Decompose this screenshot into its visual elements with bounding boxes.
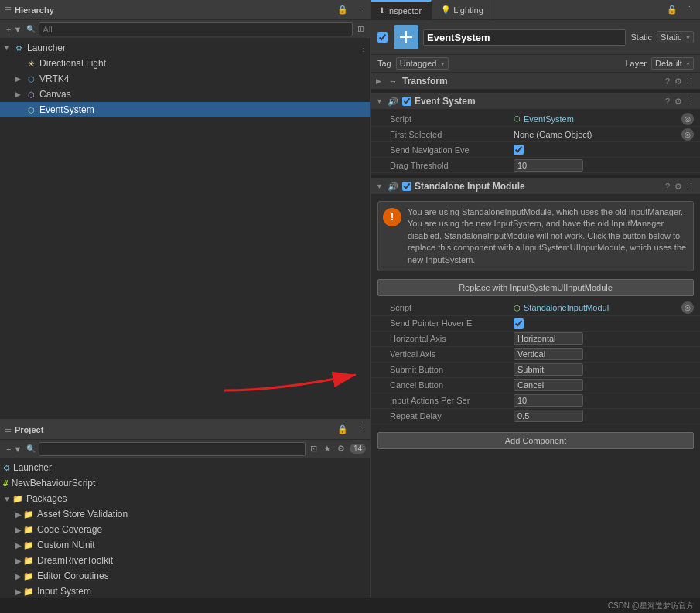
tree-item-dirlight[interactable]: ☀ Directional Light bbox=[0, 56, 370, 71]
project-item-assetstore[interactable]: ▶ 📁 Asset Store Validation bbox=[0, 506, 370, 522]
project-customnunit-label: Custom NUnit bbox=[37, 540, 95, 550]
project-launcher-label: Launcher bbox=[13, 462, 52, 473]
event-system-component-header[interactable]: ▼ 🔊 Event System ? ⚙ ⋮ bbox=[371, 93, 700, 110]
dragthreshold-input[interactable] bbox=[514, 159, 583, 172]
standalone-help-icon[interactable]: ? bbox=[665, 182, 670, 191]
haxis-input[interactable] bbox=[514, 332, 583, 345]
standalone-component-header[interactable]: ▼ 🔊 Standalone Input Module ? ⚙ ⋮ bbox=[371, 178, 700, 195]
project-item-customnunit[interactable]: ▶ 📁 Custom NUnit bbox=[0, 537, 370, 553]
prop-standalone-script-link[interactable]: StandaloneInputModul bbox=[524, 303, 609, 312]
prop-inputactions-label: Input Actions Per Ser bbox=[390, 396, 514, 405]
tag-layer-row: Tag Untagged Layer Default bbox=[371, 55, 700, 73]
inputsystem-arrow: ▶ bbox=[15, 587, 22, 596]
right-panel: ℹ Inspector 💡 Lighting 🔒 ⋮ bbox=[371, 0, 700, 598]
project-item-dreamriver[interactable]: ▶ 📁 DreamRiverToolkit bbox=[0, 553, 370, 568]
event-system-settings-icon[interactable]: ⚙ bbox=[674, 97, 682, 107]
standalone-script-icon: ⬡ bbox=[514, 304, 521, 312]
project-item-launcher[interactable]: ⚙ Launcher bbox=[0, 460, 370, 475]
repeatdelay-input[interactable] bbox=[514, 410, 583, 422]
hierarchy-lock-icon[interactable]: 🔒 bbox=[336, 5, 350, 15]
prop-sendnav: Send Navigation Eve bbox=[371, 142, 700, 158]
sendpointer-checkbox[interactable] bbox=[514, 318, 524, 329]
sendnav-checkbox[interactable] bbox=[514, 145, 524, 155]
tree-item-canvas[interactable]: ▶ ⬡ Canvas bbox=[0, 87, 370, 102]
event-system-checkbox[interactable] bbox=[402, 97, 411, 106]
project-launcher-icon: ⚙ bbox=[3, 464, 10, 472]
go-active-checkbox[interactable] bbox=[377, 32, 388, 43]
project-item-editorcoro[interactable]: ▶ 📁 Editor Coroutines bbox=[0, 568, 370, 584]
project-item-newbehaviour[interactable]: # NewBehaviourScript bbox=[0, 475, 370, 491]
inspector-lock-icon[interactable]: 🔒 bbox=[665, 5, 679, 15]
transform-more-icon[interactable]: ⋮ bbox=[687, 77, 695, 87]
hierarchy-add-btn[interactable]: + ▼ bbox=[5, 25, 23, 34]
vrtk4-icon: ⬡ bbox=[25, 73, 37, 85]
project-search-input[interactable] bbox=[39, 442, 306, 456]
project-item-inputsystem[interactable]: ▶ 📁 Input System bbox=[0, 584, 370, 598]
prop-script-link[interactable]: EventSystem bbox=[524, 114, 574, 124]
transform-help-icon[interactable]: ? bbox=[665, 77, 670, 86]
static-dropdown[interactable]: Static bbox=[657, 31, 694, 43]
tree-item-launcher[interactable]: ▼ ⚙ Launcher ⋮ bbox=[0, 40, 370, 56]
layer-label: Layer bbox=[625, 59, 647, 68]
assetstore-arrow: ▶ bbox=[15, 510, 22, 519]
prop-submit: Submit Button bbox=[371, 363, 700, 378]
hierarchy-title: Hierarchy bbox=[15, 5, 336, 15]
project-editorcoro-label: Editor Coroutines bbox=[37, 570, 109, 581]
go-name-input[interactable] bbox=[423, 29, 626, 46]
hierarchy-more-icon[interactable]: ⋮ bbox=[354, 5, 366, 15]
inspector-more-icon[interactable]: ⋮ bbox=[684, 5, 695, 15]
prop-haxis: Horizontal Axis bbox=[371, 332, 700, 347]
launcher-menu-icon[interactable]: ⋮ bbox=[360, 44, 367, 53]
event-system-help-icon[interactable]: ? bbox=[665, 97, 670, 106]
tree-arrow-launcher: ▼ bbox=[3, 44, 12, 52]
project-header: ☰ Project 🔒 ⋮ bbox=[0, 420, 370, 440]
project-item-codecoverage[interactable]: ▶ 📁 Code Coverage bbox=[0, 522, 370, 537]
transform-arrow: ▶ bbox=[376, 77, 384, 85]
tree-item-vrtk4[interactable]: ▶ ⬡ VRTK4 bbox=[0, 71, 370, 87]
prop-script-value: ⬡ EventSystem bbox=[514, 114, 681, 124]
add-component-btn[interactable]: Add Component bbox=[377, 432, 694, 449]
event-system-more-icon[interactable]: ⋮ bbox=[687, 97, 695, 107]
transform-actions: ? ⚙ ⋮ bbox=[665, 77, 695, 87]
vaxis-input[interactable] bbox=[514, 348, 583, 360]
event-system-arrow: ▼ bbox=[376, 97, 384, 105]
project-lock-icon[interactable]: 🔒 bbox=[336, 424, 350, 434]
event-system-actions: ? ⚙ ⋮ bbox=[665, 97, 695, 107]
layer-select[interactable]: Default bbox=[651, 57, 694, 70]
standalone-script-circle-btn[interactable]: ◎ bbox=[681, 301, 694, 314]
standalone-icon: 🔊 bbox=[387, 180, 399, 192]
prop-firstselected-value: None (Game Object) bbox=[514, 130, 681, 139]
project-more-icon[interactable]: ⋮ bbox=[354, 424, 366, 434]
standalone-more-icon[interactable]: ⋮ bbox=[687, 182, 695, 192]
project-add-btn[interactable]: + ▼ bbox=[5, 444, 23, 454]
prop-sendnav-value bbox=[514, 145, 694, 155]
firstselected-circle-btn[interactable]: ◎ bbox=[681, 128, 694, 141]
prop-sendpointer: Send Pointer Hover E bbox=[371, 316, 700, 332]
hierarchy-search-input[interactable] bbox=[39, 22, 353, 36]
project-packages-label: Packages bbox=[26, 493, 67, 504]
hierarchy-filter-icon[interactable]: ⊞ bbox=[356, 24, 366, 34]
project-find-icon[interactable]: ⊡ bbox=[309, 444, 319, 454]
replace-inputmodule-btn[interactable]: Replace with InputSystemUIInputModule bbox=[377, 279, 694, 296]
tab-lighting[interactable]: 💡 Lighting bbox=[432, 0, 493, 19]
submit-input[interactable] bbox=[514, 363, 583, 376]
standalone-section: ▼ 🔊 Standalone Input Module ? ⚙ ⋮ ! You … bbox=[371, 178, 700, 426]
project-settings-icon[interactable]: ⚙ bbox=[336, 444, 347, 454]
transform-component-header[interactable]: ▶ ↔ Transform ? ⚙ ⋮ bbox=[371, 73, 700, 90]
inputactions-input[interactable] bbox=[514, 394, 583, 407]
prop-submit-value bbox=[514, 363, 694, 376]
project-star-icon[interactable]: ★ bbox=[322, 444, 333, 454]
tab-lighting-label: Lighting bbox=[453, 5, 483, 15]
project-item-packages[interactable]: ▼ 📁 Packages bbox=[0, 491, 370, 506]
standalone-settings-icon[interactable]: ⚙ bbox=[674, 182, 682, 192]
prop-firstselected: First Selected None (Game Object) ◎ bbox=[371, 127, 700, 142]
transform-settings-icon[interactable]: ⚙ bbox=[674, 77, 682, 87]
event-system-title: Event System bbox=[415, 96, 662, 107]
project-codecoverage-label: Code Coverage bbox=[37, 524, 102, 535]
tag-select[interactable]: Untagged bbox=[396, 57, 449, 70]
tab-inspector[interactable]: ℹ Inspector bbox=[371, 0, 432, 19]
tree-item-eventsystem[interactable]: ⬡ EventSystem bbox=[0, 102, 370, 117]
standalone-checkbox[interactable] bbox=[402, 182, 411, 191]
script-circle-btn[interactable]: ◎ bbox=[681, 113, 694, 125]
cancel-input[interactable] bbox=[514, 379, 583, 391]
